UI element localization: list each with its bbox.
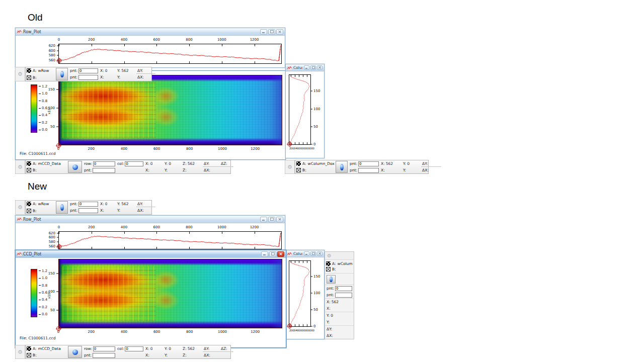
field-label: ΔY: (137, 202, 143, 206)
close-button[interactable] (276, 217, 283, 222)
row-plot-area[interactable]: 020040060080010001200 620600580560 (58, 44, 282, 64)
cursor-a-label: A: (302, 161, 306, 166)
field-label: col: (117, 346, 124, 351)
minimize-button[interactable] (304, 65, 309, 70)
maximize-button[interactable] (268, 217, 275, 222)
ccd-image-plot[interactable] (58, 75, 282, 145)
field-label: ΔZ: (221, 161, 227, 166)
cursor-a-marker[interactable] (57, 244, 61, 249)
minimize-button[interactable] (261, 251, 268, 257)
settings-gear-icon[interactable]: ⚙ (15, 345, 25, 359)
field-value: 0 (169, 346, 171, 351)
maximize-button[interactable] (269, 251, 276, 257)
field-label: pnt: (84, 168, 92, 172)
mccd-toolbar-new-row-input[interactable] (93, 346, 115, 351)
field-label: X: (327, 300, 331, 304)
old-section-label: Old (28, 12, 43, 23)
cursor-a-marker[interactable] (287, 324, 292, 328)
cursor-marble-icon (72, 349, 78, 355)
mccd-toolbar-old-pnt-input[interactable] (93, 168, 115, 173)
settings-gear-icon[interactable]: ⚙ (15, 67, 25, 81)
settings-gear-icon[interactable]: ⚙ (15, 200, 25, 215)
window-title: Column... (293, 65, 302, 70)
wcolumn-panel-pnt-input[interactable] (335, 286, 352, 291)
row-plot-titlebar-old[interactable]: Row_Plot (16, 28, 285, 36)
cursor-style-button[interactable] (327, 275, 336, 284)
minimize-button[interactable] (304, 251, 309, 256)
column-plot-window-old: Column... 150100500 2000400000000000 (285, 64, 325, 158)
close-button[interactable] (317, 65, 323, 70)
mccd-toolbar-old-row-input[interactable] (93, 161, 115, 166)
field-label: Y: (117, 68, 120, 73)
ccd-image-plot[interactable] (58, 259, 282, 328)
field-label: Z: (183, 353, 187, 357)
cursor-b-icon (296, 168, 301, 172)
cursor-style-button[interactable] (336, 161, 348, 173)
settings-gear-icon[interactable]: ⚙ (15, 160, 25, 174)
field-label: ΔY: (327, 327, 332, 331)
field-label: row: (84, 346, 92, 351)
column-plot-titlebar-old[interactable]: Column... (286, 64, 324, 71)
cursor-a-wave: mCCD_Data (38, 161, 61, 166)
wrow-toolbar-new-pnt-input[interactable] (78, 208, 98, 213)
cursor-a-marker[interactable] (56, 143, 61, 148)
mccd-toolbar-new-pnt-input[interactable] (93, 353, 115, 358)
wrow-toolbar-old: ⚙ A:wRow B: pnt:pnt:X:0X:Y:562Y:ΔY:ΔX: (15, 67, 152, 81)
close-button[interactable] (277, 251, 284, 257)
maximize-button[interactable] (268, 29, 275, 35)
field-label: ΔX: (137, 208, 144, 213)
wcolumn-panel-pnt-input[interactable] (335, 293, 352, 298)
maximize-button[interactable] (310, 65, 316, 70)
field-label: Y: (165, 161, 168, 166)
mccd-toolbar-new-col-input[interactable] (125, 346, 143, 351)
colorbar (31, 84, 37, 133)
maximize-button[interactable] (310, 251, 316, 256)
row-plot-area[interactable]: 020040060080010001200 620600580560 (58, 231, 282, 249)
cursor-marble-icon (72, 164, 78, 170)
cursor-a-marker[interactable] (287, 142, 292, 146)
column-trace (289, 261, 310, 326)
minimize-button[interactable] (260, 217, 267, 222)
wrow-toolbar-old-pnt-input[interactable] (78, 75, 98, 80)
plot-window-icon (17, 30, 22, 34)
settings-gear-icon[interactable]: ⚙ (285, 160, 295, 174)
close-button[interactable] (276, 29, 283, 35)
mccd-toolbar-old: ⚙ A:mCCD_Data B: row:pnt:col:X:0X:Y:0Y:Z… (15, 160, 231, 174)
field-label: Y: (117, 75, 120, 79)
field-label: X: (100, 202, 104, 206)
wcolumn-toolbar-old-pnt-input[interactable] (358, 168, 379, 173)
field-label: Y: (165, 346, 168, 351)
minimize-button[interactable] (260, 29, 267, 35)
cursor-style-button[interactable] (56, 201, 68, 214)
cursor-style-button[interactable] (68, 161, 82, 173)
field-label: Z: (183, 168, 187, 172)
cursor-a-marker[interactable] (57, 58, 61, 63)
field-label: ΔY: (204, 161, 209, 166)
column-plot-titlebar-new[interactable]: Column... (286, 250, 324, 257)
cursor-a-marker[interactable] (56, 326, 61, 331)
ccd-plot-titlebar-new[interactable]: CCD_Plot (16, 250, 286, 258)
cursor-a-icon (27, 161, 31, 166)
wrow-toolbar-old-pnt-input[interactable] (78, 68, 98, 73)
field-label: X: (100, 68, 104, 73)
cursor-a-icon (326, 261, 331, 266)
cursor-b-label: B: (33, 209, 37, 213)
column-plot-area[interactable]: 150100500 2000400000000000 (289, 260, 311, 327)
field-label: ΔX: (137, 75, 144, 79)
field-value: 0 (150, 346, 153, 351)
field-label: pnt: (327, 286, 334, 291)
close-button[interactable] (317, 251, 323, 256)
column-plot-area[interactable]: 150100500 2000400000000000 (289, 74, 311, 145)
settings-gear-icon[interactable]: ⚙ (325, 252, 354, 260)
row-plot-titlebar-new[interactable]: Row_Plot (16, 216, 285, 223)
mccd-toolbar-old-col-input[interactable] (125, 161, 143, 166)
cursor-style-button[interactable] (56, 68, 68, 80)
row-trace (59, 44, 281, 63)
wcolumn-toolbar-old-pnt-input[interactable] (358, 161, 379, 166)
wrow-toolbar-new-pnt-input[interactable] (78, 202, 98, 207)
row-plot-window-old: Row_Plot 020040060080010001200 620600580… (15, 28, 285, 68)
plot-window-icon (17, 252, 22, 256)
field-label: ΔX: (422, 168, 429, 172)
cursor-style-button[interactable] (68, 346, 82, 358)
new-section-label: New (28, 181, 47, 192)
